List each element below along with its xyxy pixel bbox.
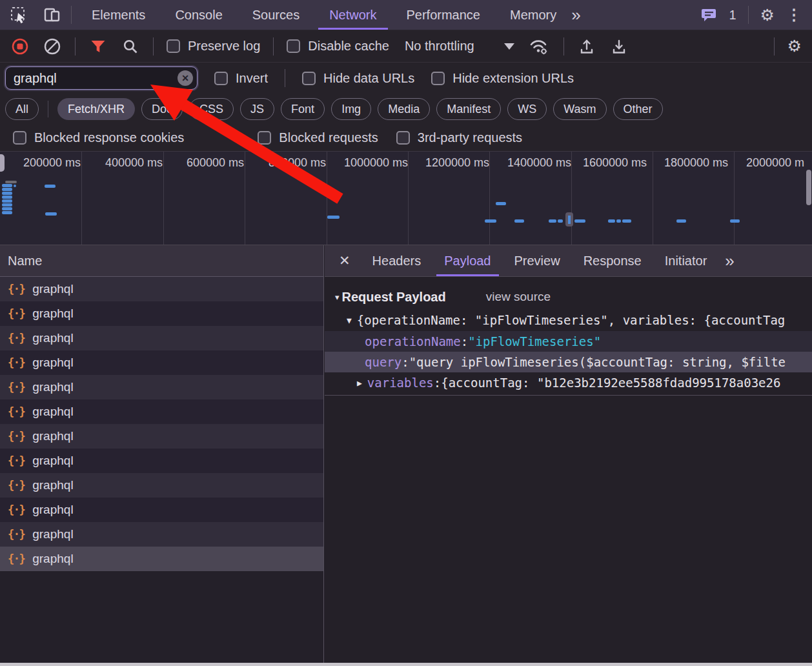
tab-console[interactable]: Console xyxy=(164,0,233,30)
network-overview-timeline[interactable]: 200000 ms400000 ms600000 ms800000 ms1000… xyxy=(0,152,812,245)
chip-ws[interactable]: WS xyxy=(507,98,547,120)
checkbox-box[interactable] xyxy=(302,72,316,85)
request-timeline-bar xyxy=(45,212,57,216)
devtools-tabbar: ElementsConsoleSourcesNetworkPerformance… xyxy=(0,0,812,30)
close-icon[interactable]: ✕ xyxy=(331,245,358,276)
payload-row[interactable]: ▼{operationName: "ipFlowTimeseries", var… xyxy=(325,309,812,331)
checkbox-box[interactable] xyxy=(287,39,300,53)
hide-data-urls-checkbox[interactable]: Hide data URLs xyxy=(302,71,414,86)
checkbox-box[interactable] xyxy=(396,131,410,145)
detail-tab-initiator[interactable]: Initiator xyxy=(656,245,716,276)
json-braces-icon: {·} xyxy=(8,552,25,565)
hide-extension-urls-checkbox[interactable]: Hide extension URLs xyxy=(431,71,574,86)
request-name: graphql xyxy=(32,331,73,345)
import-har-icon[interactable] xyxy=(577,37,596,56)
tab-network[interactable]: Network xyxy=(318,0,387,30)
filter-input[interactable] xyxy=(5,66,198,90)
request-row[interactable]: {·}graphql xyxy=(0,326,323,350)
checkbox-box[interactable] xyxy=(167,39,180,53)
timeline-scrollbar-thumb[interactable] xyxy=(806,170,811,205)
checkbox-box[interactable] xyxy=(214,72,228,85)
timeline-tick-label: 1800000 ms xyxy=(664,156,728,170)
settings-gear-icon[interactable]: ⚙ xyxy=(760,7,775,23)
timeline-tick-label: 1000000 ms xyxy=(344,156,408,170)
network-settings-gear-icon[interactable]: ⚙ xyxy=(787,38,802,54)
request-row[interactable]: {·}graphql xyxy=(0,449,323,473)
name-column-header[interactable]: Name xyxy=(0,245,323,277)
request-row[interactable]: {·}graphql xyxy=(0,473,323,498)
more-options-icon[interactable]: ⋮ xyxy=(786,7,802,23)
request-name: graphql xyxy=(32,356,73,370)
chip-wasm[interactable]: Wasm xyxy=(553,98,606,120)
request-row[interactable]: {·}graphql xyxy=(0,547,323,571)
disable-cache-label: Disable cache xyxy=(308,39,389,54)
chip-js[interactable]: JS xyxy=(240,98,274,120)
detail-tab-response[interactable]: Response xyxy=(574,245,651,276)
3rd-party-requests-checkbox[interactable]: 3rd-party requests xyxy=(396,130,522,145)
blocked-response-cookies-checkbox[interactable]: Blocked response cookies xyxy=(13,130,184,145)
more-tabs-icon[interactable]: » xyxy=(567,5,582,25)
request-row[interactable]: {·}graphql xyxy=(0,375,323,399)
tab-performance[interactable]: Performance xyxy=(396,0,492,30)
clear-network-log-icon[interactable] xyxy=(43,37,62,56)
expand-triangle-icon[interactable]: ▼ xyxy=(347,316,352,325)
chip-doc[interactable]: Doc xyxy=(141,98,183,120)
tab-memory[interactable]: Memory xyxy=(499,0,567,30)
throttling-select[interactable]: No throttling xyxy=(405,39,514,54)
timeline-resizer-handle[interactable] xyxy=(0,154,5,172)
blocked-requests-checkbox[interactable]: Blocked requests xyxy=(258,130,378,145)
detail-tab-payload[interactable]: Payload xyxy=(435,245,500,276)
request-row[interactable]: {·}graphql xyxy=(0,498,323,522)
network-conditions-icon[interactable] xyxy=(527,37,551,56)
expand-triangle-icon[interactable]: ▶ xyxy=(357,378,362,388)
chip-fetchxhr[interactable]: Fetch/XHR xyxy=(57,98,135,120)
checkbox-box[interactable] xyxy=(431,72,445,85)
view-source-link[interactable]: view source xyxy=(486,290,551,304)
json-braces-icon: {·} xyxy=(8,528,25,541)
checkbox-label: Blocked requests xyxy=(279,130,378,145)
checkbox-box[interactable] xyxy=(13,131,26,145)
tab-elements[interactable]: Elements xyxy=(81,0,156,30)
console-messages-icon[interactable] xyxy=(700,5,717,25)
more-detail-tabs-icon[interactable]: » xyxy=(721,245,736,276)
invert-checkbox[interactable]: Invert xyxy=(214,71,268,86)
disable-cache-checkbox[interactable]: Disable cache xyxy=(287,39,389,54)
device-toolbar-icon[interactable] xyxy=(43,5,62,25)
advanced-filter-row: Blocked response cookiesBlocked requests… xyxy=(0,125,812,152)
timeline-gridline xyxy=(81,152,82,245)
payload-separator-colon: : xyxy=(461,334,468,348)
collapse-triangle-icon[interactable]: ▾ xyxy=(335,292,340,302)
chip-manifest[interactable]: Manifest xyxy=(436,98,501,120)
filter-funnel-icon[interactable] xyxy=(88,37,108,56)
record-icon[interactable] xyxy=(10,37,30,56)
request-row[interactable]: {·}graphql xyxy=(0,424,323,449)
request-row[interactable]: {·}graphql xyxy=(0,277,323,301)
chevron-down-icon xyxy=(504,43,514,50)
request-row[interactable]: {·}graphql xyxy=(0,522,323,547)
chip-media[interactable]: Media xyxy=(378,98,430,120)
checkbox-box[interactable] xyxy=(258,131,271,145)
payload-row[interactable]: query: "query ipFlowTimeseries($accountT… xyxy=(325,352,812,372)
detail-tab-preview[interactable]: Preview xyxy=(505,245,569,276)
export-har-icon[interactable] xyxy=(609,37,629,56)
clear-filter-icon[interactable]: ✕ xyxy=(178,70,193,86)
request-row[interactable]: {·}graphql xyxy=(0,301,323,326)
inspect-cursor-icon[interactable] xyxy=(9,5,28,25)
chip-all[interactable]: All xyxy=(5,98,39,120)
request-timeline-bar xyxy=(2,192,12,195)
chip-other[interactable]: Other xyxy=(613,98,663,120)
tab-sources[interactable]: Sources xyxy=(241,0,310,30)
json-braces-icon: {·} xyxy=(8,405,25,418)
toolbar-divider xyxy=(748,6,749,24)
chip-img[interactable]: Img xyxy=(331,98,371,120)
search-icon[interactable] xyxy=(121,37,140,56)
detail-tab-headers[interactable]: Headers xyxy=(363,245,431,276)
request-row[interactable]: {·}graphql xyxy=(0,399,323,424)
chip-css[interactable]: CSS xyxy=(189,98,234,120)
request-row[interactable]: {·}graphql xyxy=(0,350,323,375)
request-name: graphql xyxy=(32,478,73,492)
chip-font[interactable]: Font xyxy=(281,98,325,120)
payload-row[interactable]: operationName: "ipFlowTimeseries" xyxy=(325,331,812,352)
preserve-log-checkbox[interactable]: Preserve log xyxy=(167,39,260,54)
payload-row[interactable]: ▶variables: {accountTag: "b12e3b2192ee55… xyxy=(325,372,812,393)
